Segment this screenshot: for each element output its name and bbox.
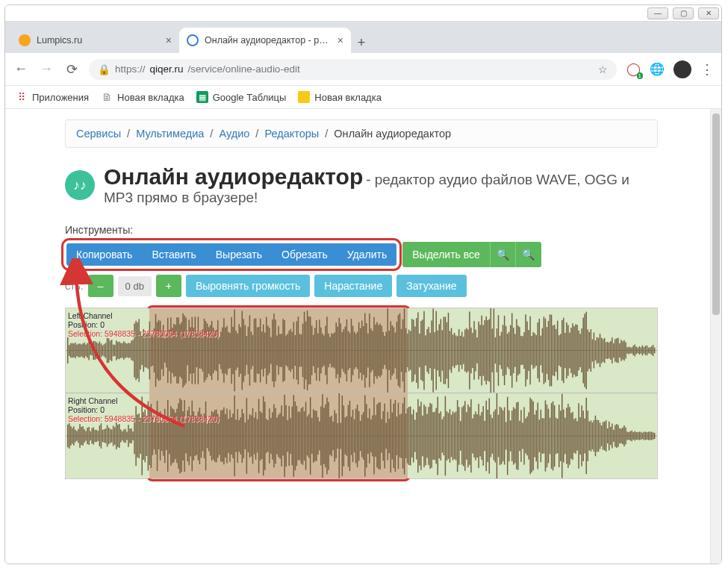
svg-rect-245 [438,331,438,371]
svg-rect-407 [93,428,94,445]
svg-rect-332 [569,333,570,369]
svg-rect-373 [631,347,632,353]
address-bar[interactable]: 🔒 https://qiqer.ru/service/online-audio-… [89,59,617,80]
svg-rect-233 [419,334,420,367]
translate-icon[interactable]: 🌐 [650,62,665,77]
svg-rect-3 [70,343,71,358]
volume-up-button[interactable]: + [156,275,181,297]
breadcrumb: Сервисы / Мультимедиа / Аудио / Редактор… [65,119,658,148]
breadcrumb-link[interactable]: Мультимедиа [136,128,204,140]
fade-out-button[interactable]: Затухание [396,275,466,297]
tab-lumpics[interactable]: Lumpics.ru × [11,28,179,53]
bookmark-sheets[interactable]: ▦ Google Таблицы [196,91,287,103]
bookmark-new-tab-2[interactable]: Новая вкладка [298,91,382,103]
svg-rect-584 [361,415,362,458]
svg-rect-609 [399,414,400,457]
svg-rect-274 [481,316,482,386]
maximize-button[interactable]: ▢ [673,7,694,19]
tab-close-icon[interactable]: × [166,34,172,46]
tab-close-icon[interactable]: × [337,34,343,46]
delete-button[interactable]: Удалить [337,243,396,266]
bookmark-label: Приложения [32,92,89,103]
svg-rect-512 [252,408,253,464]
svg-rect-714 [559,405,559,467]
svg-rect-132 [266,317,267,384]
extension-icon[interactable]: ◯1 [626,62,641,77]
new-tab-button[interactable]: + [351,32,372,53]
cut-button[interactable]: Вырезать [206,243,272,266]
svg-rect-116 [242,311,243,390]
svg-rect-382 [645,346,646,355]
scrollbar-thumb[interactable] [712,113,720,315]
svg-rect-502 [237,409,237,463]
close-window-button[interactable]: ✕ [698,7,719,19]
svg-rect-193 [358,322,359,379]
svg-rect-10 [81,344,81,356]
normalize-button[interactable]: Выровнять громкость [186,275,310,297]
svg-rect-693 [526,416,527,455]
svg-rect-136 [272,319,273,381]
svg-rect-735 [591,420,591,452]
svg-rect-701 [539,419,540,452]
svg-rect-270 [475,330,476,372]
svg-rect-551 [311,418,312,454]
svg-rect-191 [355,334,356,367]
breadcrumb-link[interactable]: Сервисы [76,128,121,140]
svg-rect-251 [447,322,447,379]
forward-button[interactable]: → [38,61,55,77]
profile-avatar[interactable] [673,60,691,78]
bookmark-star-icon[interactable]: ☆ [598,63,608,75]
minimize-button[interactable]: — [647,7,668,19]
svg-rect-708 [550,418,550,455]
bookmark-apps[interactable]: ⠿ Приложения [16,91,89,103]
svg-rect-685 [514,409,515,464]
svg-rect-639 [445,396,446,475]
svg-rect-141 [279,334,280,366]
svg-rect-571 [342,396,343,476]
waveform-left-channel[interactable]: Left Channel Position: 0 Selection: 5948… [66,308,657,393]
svg-rect-128 [260,319,261,383]
svg-rect-610 [401,414,402,458]
svg-rect-559 [323,408,324,464]
svg-rect-681 [508,411,509,461]
breadcrumb-link[interactable]: Аудио [219,128,249,140]
waveform-right-channel[interactable]: Right Channel Position: 0 Selection: 594… [66,393,657,478]
svg-rect-664 [482,406,483,466]
browser-menu-button[interactable]: ⋮ [700,61,714,78]
svg-rect-7 [76,345,77,356]
svg-rect-120 [248,327,249,375]
svg-rect-740 [598,420,599,452]
select-all-button[interactable]: Выделить все [402,242,491,267]
address-toolbar: ← → ⟳ 🔒 https://qiqer.ru/service/online-… [5,53,721,86]
crop-button[interactable]: Обрезать [272,243,337,266]
favicon-icon [19,34,31,46]
svg-rect-189 [352,325,353,375]
zoom-out-button[interactable]: 🔍 [516,242,541,267]
copy-button[interactable]: Копировать [66,243,142,266]
svg-rect-320 [551,315,552,387]
music-icon: ♪♪ [65,170,95,200]
zoom-in-button[interactable]: 🔍 [491,242,516,267]
svg-rect-674 [498,415,499,458]
scrollbar[interactable] [710,109,721,564]
svg-rect-201 [370,328,371,372]
svg-rect-562 [328,402,329,469]
svg-rect-766 [638,432,638,440]
svg-rect-426 [122,431,122,440]
fade-in-button[interactable]: Нарастание [314,275,392,297]
bookmark-new-tab[interactable]: 🗎 Новая вкладка [101,91,184,103]
back-button[interactable]: ← [13,61,29,77]
paste-button[interactable]: Вставить [142,243,205,266]
volume-down-button[interactable]: – [88,275,113,297]
breadcrumb-link[interactable]: Редакторы [264,128,319,140]
svg-rect-577 [351,416,352,455]
svg-rect-634 [438,397,438,475]
reload-button[interactable]: ⟳ [63,61,80,78]
waveform-container[interactable]: Left Channel Position: 0 Selection: 5948… [65,308,658,479]
tab-audio-editor[interactable]: Онлайн аудиоредактор - редак × [179,28,351,53]
svg-rect-174 [329,337,330,364]
svg-rect-570 [340,422,341,449]
svg-rect-647 [457,400,458,472]
svg-rect-38 [123,341,124,360]
svg-rect-164 [314,328,315,372]
